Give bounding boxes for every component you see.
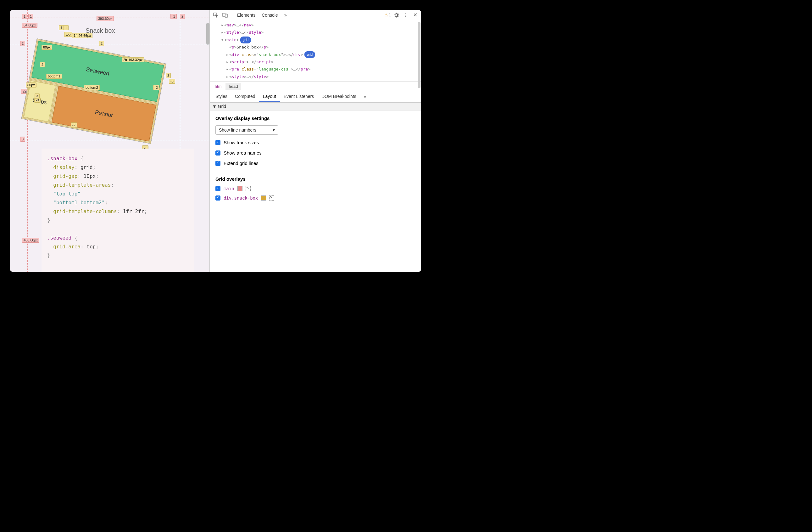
- grid-line-num: 3: [34, 94, 40, 99]
- tab-more[interactable]: »: [282, 11, 289, 19]
- grid-line-num: -2: [71, 123, 77, 127]
- grid-overlays-title: Grid overlays: [215, 176, 416, 182]
- inspect-icon[interactable]: [212, 11, 220, 19]
- checkbox-icon: [215, 151, 220, 155]
- col-size-label: 393.60px: [97, 16, 114, 21]
- overlay-row-snackbox: div.snack-box: [215, 195, 416, 200]
- grid-line-num: -2: [153, 85, 159, 90]
- grid-col-number: 1: [22, 14, 27, 19]
- row-size-label: 64.80px: [22, 23, 38, 28]
- track-label: 2fr·193.32px: [122, 57, 144, 62]
- svg-rect-2: [225, 14, 227, 17]
- cb-extend-lines[interactable]: Extend grid lines: [215, 160, 416, 166]
- tab-console[interactable]: Console: [259, 11, 280, 19]
- page-preview-pane: 1 2 3 1 2 -1 64.80px 222px 480.60px 393.…: [10, 10, 209, 272]
- styles-subtabs: Styles Computed Layout Event Listeners D…: [210, 91, 421, 103]
- overlay-name[interactable]: div.snack-box: [223, 195, 258, 200]
- chevron-down-icon: ▾: [273, 127, 275, 132]
- track-label: 80px: [26, 83, 37, 87]
- area-label-top: top: [64, 32, 72, 37]
- grid-col-number: -1: [171, 14, 177, 19]
- grid-badge[interactable]: grid: [304, 51, 315, 58]
- checkbox-icon: [215, 161, 220, 166]
- cb-track-sizes[interactable]: Show track sizes: [215, 140, 416, 145]
- grid-row-number: 2: [20, 41, 25, 46]
- device-toggle-icon[interactable]: [221, 11, 229, 19]
- subtab-layout[interactable]: Layout: [259, 91, 280, 102]
- crumb-html[interactable]: html: [212, 83, 226, 90]
- subtab-dombreakpoints[interactable]: DOM Breakpoints: [318, 91, 360, 102]
- css-code-block: .snack-box { display: grid; grid-gap: 10…: [42, 149, 194, 272]
- grid-line-num: 2: [40, 62, 45, 67]
- highlight-icon[interactable]: [269, 195, 274, 200]
- area-label-bottom2: bottom2: [84, 85, 100, 90]
- layout-section-body: Overlay display settings Show line numbe…: [210, 111, 421, 210]
- overlay-name[interactable]: main: [223, 186, 234, 191]
- area-label-bottom1: bottom1: [46, 74, 62, 79]
- grid-line-num: 2: [99, 41, 104, 46]
- devtools-window: 1 2 3 1 2 -1 64.80px 222px 480.60px 393.…: [10, 10, 421, 272]
- dom-scrollbar[interactable]: [418, 22, 420, 88]
- preview-scrollbar[interactable]: [206, 23, 209, 45]
- grid-line-num: 1: [63, 25, 69, 30]
- devtools-panel: Elements Console » ⚠ 1 ⋮ ✕ ▸<nav>…</nav>…: [209, 10, 421, 272]
- checkbox-label: Show area names: [223, 150, 262, 155]
- color-swatch[interactable]: [237, 186, 243, 191]
- grid-badge[interactable]: grid: [240, 37, 251, 43]
- track-label: 1fr·96.66px: [72, 33, 92, 38]
- overlay-row-main: main: [215, 186, 416, 191]
- checkbox-icon: [215, 140, 220, 145]
- warning-icon: ⚠: [384, 13, 388, 17]
- track-label: 80px: [42, 45, 52, 50]
- gear-icon[interactable]: [392, 11, 400, 19]
- subtab-eventlisteners[interactable]: Event Listeners: [280, 91, 318, 102]
- subtab-styles[interactable]: Styles: [212, 91, 231, 102]
- select-value: Show line numbers: [219, 127, 256, 132]
- highlight-icon[interactable]: [246, 186, 251, 191]
- kebab-menu-icon[interactable]: ⋮: [402, 11, 410, 19]
- grid-row-number: 3: [20, 137, 25, 142]
- checkbox-label: Extend grid lines: [223, 160, 259, 166]
- subtab-computed[interactable]: Computed: [231, 91, 259, 102]
- subtab-more[interactable]: »: [360, 91, 370, 102]
- crumb-head[interactable]: head: [226, 83, 241, 90]
- issues-count: 1: [389, 13, 391, 17]
- close-icon[interactable]: ✕: [411, 11, 419, 19]
- overlay-checkbox[interactable]: [215, 195, 220, 200]
- tab-elements[interactable]: Elements: [235, 11, 258, 19]
- overlay-checkbox[interactable]: [215, 186, 220, 191]
- overlay-settings-title: Overlay display settings: [215, 115, 416, 121]
- snack-box-grid: Seaweed Chips Peanut: [21, 38, 166, 144]
- line-number-select[interactable]: Show line numbers ▾: [215, 125, 278, 135]
- grid-line-num: 3: [166, 73, 171, 78]
- issues-badge[interactable]: ⚠ 1: [384, 13, 391, 17]
- color-swatch[interactable]: [261, 195, 266, 200]
- grid-section-header[interactable]: ▼ Grid: [210, 103, 421, 111]
- checkbox-label: Show track sizes: [223, 140, 259, 145]
- grid-line-num: 1: [59, 25, 64, 30]
- cb-area-names[interactable]: Show area names: [215, 150, 416, 155]
- devtools-toolbar: Elements Console » ⚠ 1 ⋮ ✕: [210, 10, 421, 20]
- grid-row-number: 1: [28, 14, 33, 19]
- grid-col-number: 2: [180, 14, 185, 19]
- dom-tree[interactable]: ▸<nav>…</nav> ▸<style>…</style> ▾<main>g…: [210, 20, 421, 82]
- grid-line-num: -3: [169, 79, 175, 84]
- breadcrumb: html head: [210, 82, 421, 91]
- row-size-label: 480.60px: [22, 238, 39, 243]
